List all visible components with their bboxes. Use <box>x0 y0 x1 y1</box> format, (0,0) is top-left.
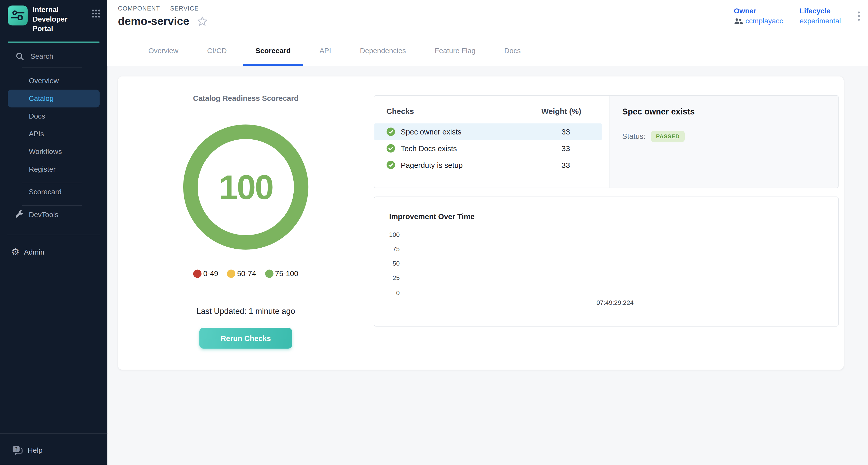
tab-scorecard[interactable]: Scorecard <box>241 35 305 66</box>
check-weight: 33 <box>530 144 601 153</box>
sidebar-item-admin[interactable]: ⚙ Admin <box>11 245 107 259</box>
tab-feature-flag[interactable]: Feature Flag <box>421 35 490 66</box>
page-title: demo-service <box>118 15 189 28</box>
legend-item-high: 75-100 <box>265 270 299 278</box>
sidebar-spacer <box>0 259 107 433</box>
weight-column-header: Weight (%) <box>525 107 597 116</box>
sidebar-search[interactable]: Search <box>16 50 107 62</box>
legend-dot-red <box>193 270 202 278</box>
owner-label: Owner <box>734 7 783 15</box>
status-label: Status: <box>622 132 646 141</box>
last-updated-text: Last Updated: 1 minute ago <box>196 307 295 316</box>
help-divider <box>0 433 107 434</box>
owner-block: Owner ccmpl <box>734 7 783 25</box>
lifecycle-label: Lifecycle <box>800 7 841 15</box>
y-tick-50: 50 <box>384 260 400 267</box>
search-divider <box>22 67 82 67</box>
search-label: Search <box>31 52 53 60</box>
sidebar-item-help[interactable]: ? Help <box>12 443 107 457</box>
svg-text:?: ? <box>14 446 18 452</box>
scorecard-card: Catalog Readiness Scorecard 100 0-49 50-… <box>118 76 844 370</box>
legend-item-mid: 50-74 <box>227 270 256 278</box>
sidebar-nav: Overview Catalog Docs APIs Workflows Reg… <box>0 72 107 223</box>
score-legend: 0-49 50-74 75-100 <box>189 270 303 278</box>
tab-overview[interactable]: Overview <box>134 35 193 66</box>
sidebar-item-scorecard[interactable]: Scorecard <box>0 183 107 201</box>
favorite-star-icon[interactable] <box>197 16 208 27</box>
search-icon <box>16 52 24 61</box>
scorecard-title: Catalog Readiness Scorecard <box>193 94 299 102</box>
app-logo[interactable] <box>8 6 28 26</box>
check-passed-icon <box>386 161 396 169</box>
check-weight: 33 <box>530 161 601 169</box>
sidebar-item-devtools[interactable]: DevTools <box>0 206 107 223</box>
sidebar-item-overview[interactable]: Overview <box>0 72 107 90</box>
check-passed-icon <box>386 144 396 153</box>
apps-grid-icon[interactable] <box>91 9 101 21</box>
owner-link[interactable]: ccmplayacc <box>734 17 783 25</box>
legend-dot-green <box>265 270 273 278</box>
entity-meta: Owner ccmpl <box>734 7 860 25</box>
scorecard-detail-column: Checks Weight (%) Spec owner exists <box>374 76 844 370</box>
sidebar-item-register[interactable]: Register <box>0 160 107 178</box>
tab-api[interactable]: API <box>305 35 345 66</box>
tab-dependencies[interactable]: Dependencies <box>345 35 420 66</box>
entity-title-row: demo-service <box>118 15 207 28</box>
x-tick-timestamp: 07:49:29.224 <box>579 300 651 306</box>
sidebar-item-workflows[interactable]: Workflows <box>0 143 107 160</box>
improvement-chart: Improvement Over Time 100 75 50 25 0 07:… <box>374 196 839 327</box>
rerun-checks-button[interactable]: Rerun Checks <box>199 328 292 349</box>
checks-table-header: Checks Weight (%) <box>374 102 610 123</box>
status-badge: PASSED <box>651 131 685 142</box>
entity-tabs: Overview CI/CD Scorecard API Dependencie… <box>134 35 535 66</box>
page-body: Catalog Readiness Scorecard 100 0-49 50-… <box>107 66 868 465</box>
group-icon <box>734 18 743 24</box>
score-value: 100 <box>219 167 273 207</box>
help-chat-icon: ? <box>12 445 23 455</box>
entity-header: COMPONENT — SERVICE demo-service Owner <box>107 0 868 66</box>
scorecard-summary: Catalog Readiness Scorecard 100 0-49 50-… <box>118 76 373 370</box>
sidebar-item-catalog[interactable]: Catalog <box>8 90 100 107</box>
check-weight: 33 <box>530 127 601 136</box>
legend-item-low: 0-49 <box>193 270 218 278</box>
tab-docs[interactable]: Docs <box>490 35 535 66</box>
score-gauge: 100 <box>183 124 308 249</box>
sidebar-item-apis[interactable]: APIs <box>0 125 107 143</box>
admin-divider <box>7 235 100 235</box>
check-status-row: Status: PASSED <box>622 131 826 142</box>
gear-icon: ⚙ <box>11 248 20 257</box>
app-root: Internal Developer Portal Search <box>0 0 868 465</box>
brand-title: Internal Developer Portal <box>33 6 88 34</box>
y-tick-100: 100 <box>384 231 400 238</box>
check-passed-icon <box>386 127 396 136</box>
brand-row: Internal Developer Portal <box>0 0 107 38</box>
sidebar-item-docs[interactable]: Docs <box>0 107 107 125</box>
check-detail-panel: Spec owner exists Status: PASSED <box>610 96 838 188</box>
lifecycle-value[interactable]: experimental <box>800 17 841 25</box>
y-tick-25: 25 <box>384 275 400 281</box>
checks-column-header: Checks <box>386 107 525 116</box>
wrench-icon <box>14 211 24 219</box>
lifecycle-block: Lifecycle experimental <box>800 7 841 25</box>
brand-divider <box>8 41 100 42</box>
main-content: COMPONENT — SERVICE demo-service Owner <box>107 0 868 465</box>
checks-table: Checks Weight (%) Spec owner exists <box>374 96 610 188</box>
y-tick-0: 0 <box>384 289 400 296</box>
entity-kicker: COMPONENT — SERVICE <box>118 5 199 11</box>
check-row-tech-docs[interactable]: Tech Docs exists 33 <box>374 140 601 157</box>
check-detail-title: Spec owner exists <box>622 107 826 116</box>
kebab-menu-icon[interactable] <box>858 11 860 21</box>
checks-panel: Checks Weight (%) Spec owner exists <box>374 95 839 188</box>
y-tick-75: 75 <box>384 246 400 252</box>
legend-dot-yellow <box>227 270 235 278</box>
sidebar: Internal Developer Portal Search <box>0 0 107 465</box>
tab-cicd[interactable]: CI/CD <box>193 35 241 66</box>
chart-title: Improvement Over Time <box>389 213 474 221</box>
check-row-pagerduty[interactable]: Pagerduty is setup 33 <box>374 157 601 173</box>
logo-circuit-icon <box>10 8 25 23</box>
check-row-spec-owner[interactable]: Spec owner exists 33 <box>374 123 601 140</box>
